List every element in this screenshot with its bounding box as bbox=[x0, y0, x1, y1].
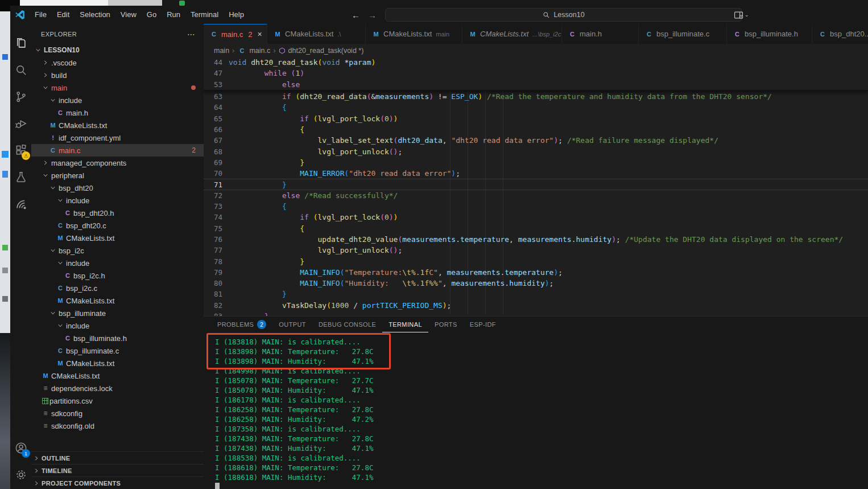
menu-item-selection[interactable]: Selection bbox=[75, 6, 115, 24]
chevron-right-icon bbox=[34, 480, 39, 486]
command-center-search[interactable]: Lesson10 bbox=[385, 8, 742, 22]
menu-item-file[interactable]: File bbox=[30, 6, 52, 24]
tab-bsp-dht20...[interactable]: Cbsp_dht20... bbox=[812, 24, 868, 44]
tree-item-label: idf_component.yml bbox=[59, 134, 121, 142]
tree-item-cmakelists.txt[interactable]: MCMakeLists.txt bbox=[31, 294, 204, 307]
breadcrumb-segment[interactable]: main.c bbox=[249, 47, 270, 55]
breadcrumb-segment[interactable]: main bbox=[214, 47, 229, 55]
activity-bar-item-esp-idf[interactable] bbox=[10, 190, 31, 217]
menu-item-terminal[interactable]: Terminal bbox=[185, 6, 224, 24]
tab-cmakelists.txt[interactable]: MCMakeLists.txtmain bbox=[366, 24, 462, 44]
activity-bar-item-explorer[interactable] bbox=[10, 30, 31, 56]
nav-back-icon[interactable]: ← bbox=[352, 10, 360, 20]
tree-item-cmakelists.txt[interactable]: MCMakeLists.txt bbox=[31, 369, 204, 382]
tree-item-label: include bbox=[59, 96, 82, 105]
explorer-more-actions-icon[interactable]: ⋯ bbox=[187, 30, 196, 39]
code-line-83: 83 } bbox=[204, 311, 868, 316]
background-window-fragment bbox=[20, 0, 108, 6]
tree-item-include[interactable]: include bbox=[31, 94, 204, 106]
activity-bar-item-source-control[interactable] bbox=[10, 83, 31, 110]
tree-item-dependencies.lock[interactable]: ≡dependencies.lock bbox=[31, 382, 204, 395]
tree-item-sdkconfig.old[interactable]: ≡sdkconfig.old bbox=[31, 420, 204, 432]
menu-item-view[interactable]: View bbox=[115, 6, 142, 24]
nav-forward-icon[interactable]: → bbox=[368, 10, 377, 20]
line-number: 47 bbox=[204, 69, 229, 77]
terminal-output[interactable]: I (183818) MAIN: is calibrated....I (183… bbox=[215, 337, 373, 489]
tree-item-main.h[interactable]: Cmain.h bbox=[31, 106, 204, 119]
code-text: lvgl_port_unlock(); bbox=[229, 246, 402, 254]
terminal-line: I (183818) MAIN: is calibrated.... bbox=[215, 337, 373, 347]
tab-cmakelists.txt[interactable]: MCMakeLists.txt.\ bbox=[267, 24, 366, 44]
tree-item-cmakelists.txt[interactable]: MCMakeLists.txt bbox=[31, 357, 204, 369]
menu-item-edit[interactable]: Edit bbox=[52, 6, 75, 24]
tree-item-partitions.csv[interactable]: partitions.csv bbox=[31, 395, 204, 407]
panel-tab-terminal[interactable]: TERMINAL bbox=[382, 317, 428, 332]
line-number: 72 bbox=[204, 191, 229, 200]
menu-item-go[interactable]: Go bbox=[142, 6, 162, 24]
breadcrumb-segment[interactable]: dht20_read_task(void *) bbox=[288, 47, 364, 55]
code-editor[interactable]: 63 if (dht20_read_data(&measurements) !=… bbox=[204, 57, 868, 316]
tree-item-label: CMakeLists.txt bbox=[51, 372, 100, 380]
tree-item-include[interactable]: include bbox=[31, 319, 204, 332]
tab-close-icon[interactable]: × bbox=[258, 30, 262, 39]
customize-layout-button[interactable]: ⌄ bbox=[734, 9, 749, 21]
sidebar-section-outline[interactable]: OUTLINE bbox=[31, 451, 204, 464]
code-line-68: 68 lvgl_port_unlock(); bbox=[204, 146, 868, 157]
line-number: 64 bbox=[204, 103, 229, 112]
tree-item-bsp-dht20.h[interactable]: Cbsp_dht20.h bbox=[31, 207, 204, 219]
activity-bar-item-run-debug[interactable] bbox=[10, 110, 31, 137]
tab-cmakelists.txt[interactable]: MCMakeLists.txt...\bsp_i2c bbox=[462, 24, 562, 44]
tree-item-bsp-illuminate.h[interactable]: Cbsp_illuminate.h bbox=[31, 332, 204, 344]
menu-item-help[interactable]: Help bbox=[224, 6, 249, 24]
tree-item-main[interactable]: main bbox=[31, 81, 204, 94]
tree-item-label: CMakeLists.txt bbox=[66, 359, 114, 368]
sidebar-section-timeline[interactable]: TIMELINE bbox=[31, 464, 204, 476]
panel-tab-esp-idf[interactable]: ESP-IDF bbox=[464, 317, 502, 332]
tree-item-include[interactable]: include bbox=[31, 194, 204, 207]
tree-item-bsp-illuminate[interactable]: bsp_illuminate bbox=[31, 307, 204, 319]
code-text: lv_label_set_text(dht20_data, "dht20 rea… bbox=[229, 136, 718, 145]
panel-tab-ports[interactable]: PORTS bbox=[428, 317, 464, 332]
tree-item-peripheral[interactable]: peripheral bbox=[31, 169, 204, 182]
tree-item-cmakelists.txt[interactable]: MCMakeLists.txt bbox=[31, 232, 204, 244]
code-line-81: 81 } bbox=[204, 289, 868, 299]
tab-main.h[interactable]: Cmain.h bbox=[562, 24, 639, 44]
tree-item-build[interactable]: build bbox=[31, 69, 204, 81]
tree-item-cmakelists.txt[interactable]: MCMakeLists.txt bbox=[31, 119, 204, 132]
line-number: 68 bbox=[204, 147, 229, 156]
activity-bar-item-search[interactable] bbox=[10, 56, 31, 83]
panel-tab-output[interactable]: OUTPUT bbox=[272, 317, 312, 332]
tree-item-bsp-i2c.h[interactable]: Cbsp_i2c.h bbox=[31, 269, 204, 282]
tree-item-lesson10[interactable]: LESSON10 bbox=[31, 44, 204, 56]
tree-item-.vscode[interactable]: .vscode bbox=[31, 56, 204, 69]
activity-bar-item-settings-gear[interactable] bbox=[10, 461, 31, 488]
sidebar-section-label: PROJECT COMPONENTS bbox=[42, 480, 121, 487]
sidebar-section-project-components[interactable]: PROJECT COMPONENTS bbox=[31, 476, 204, 489]
tab-label: CMakeLists.txt bbox=[383, 30, 432, 38]
tree-item-main.c[interactable]: Cmain.c2 bbox=[31, 144, 204, 157]
activity-bar-item-account[interactable]: 1 bbox=[10, 434, 31, 461]
desktop-wallpaper bbox=[0, 333, 10, 489]
tree-item-sdkconfig[interactable]: ≡sdkconfig bbox=[31, 407, 204, 420]
account-badge: 1 bbox=[22, 449, 30, 458]
sidebar-section-label: TIMELINE bbox=[42, 467, 72, 474]
menu-item-run[interactable]: Run bbox=[162, 6, 185, 24]
tree-item-idf-component.yml[interactable]: !idf_component.yml bbox=[31, 132, 204, 144]
tab-main.c[interactable]: Cmain.c2× bbox=[204, 24, 267, 44]
breadcrumb[interactable]: main›Cmain.c›dht20_read_task(void *) bbox=[204, 44, 868, 57]
tree-item-bsp-illuminate.c[interactable]: Cbsp_illuminate.c bbox=[31, 344, 204, 357]
tree-item-include[interactable]: include bbox=[31, 257, 204, 269]
tree-item-bsp-i2c[interactable]: bsp_i2c bbox=[31, 244, 204, 257]
tree-item-bsp-dht20.c[interactable]: Cbsp_dht20.c bbox=[31, 219, 204, 232]
panel-tab-problems[interactable]: PROBLEMS2 bbox=[211, 317, 272, 332]
desktop-background-strip bbox=[0, 0, 10, 489]
activity-bar-item-extensions[interactable]: ⚠ bbox=[10, 137, 31, 163]
tree-item-managed-components[interactable]: managed_components bbox=[31, 157, 204, 169]
tab-bsp-illuminate.h[interactable]: Cbsp_illuminate.h bbox=[727, 24, 812, 44]
tree-item-bsp-dht20[interactable]: bsp_dht20 bbox=[31, 182, 204, 194]
panel-tab-debug-console[interactable]: DEBUG CONSOLE bbox=[312, 317, 382, 332]
tree-item-bsp-i2c.c[interactable]: Cbsp_i2c.c bbox=[31, 282, 204, 294]
activity-bar-item-testing[interactable] bbox=[10, 163, 31, 190]
tab-bsp-illuminate.c[interactable]: Cbsp_illuminate.c bbox=[639, 24, 727, 44]
terminal-line: I (188538) MAIN: is calibrated.... bbox=[215, 453, 373, 463]
